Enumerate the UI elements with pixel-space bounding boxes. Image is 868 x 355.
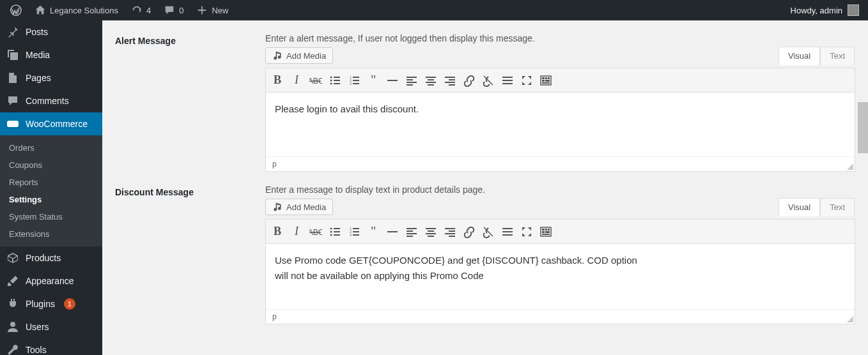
ol-button[interactable] [345, 72, 363, 89]
plus-icon [196, 4, 208, 16]
scrollbar[interactable] [858, 102, 868, 249]
align-left-button[interactable] [403, 72, 421, 89]
toolbar-toggle-button[interactable] [537, 72, 555, 89]
menu-media[interactable]: Media [0, 43, 102, 66]
align-right-button[interactable] [441, 72, 459, 89]
submenu-extensions[interactable]: Extensions [0, 225, 102, 243]
resize-handle[interactable] [846, 162, 853, 170]
discount-editor: Visual Text B I [265, 219, 855, 324]
add-media-button[interactable]: Add Media [265, 47, 333, 64]
menu-products[interactable]: Products [0, 246, 102, 269]
submenu-settings[interactable]: Settings [0, 191, 102, 208]
unlink-button[interactable] [479, 72, 497, 89]
align-right-button[interactable] [441, 223, 459, 241]
discount-message-label: Discount Message [115, 185, 265, 324]
strike-button[interactable] [307, 223, 325, 241]
ul-button[interactable] [326, 72, 344, 89]
updates-link[interactable]: 4 [126, 0, 156, 20]
media-note-icon [272, 50, 283, 61]
bold-button[interactable]: B [268, 72, 286, 89]
alert-message-desc: Enter a alert message, If user not logge… [265, 33, 855, 43]
woocommerce-submenu: Orders Coupons Reports Settings System S… [0, 135, 102, 246]
new-content-link[interactable]: New [191, 0, 233, 20]
quote-button[interactable] [364, 223, 382, 241]
editor-status-bar: p [266, 156, 855, 171]
account-link[interactable]: Howdy, admin [791, 4, 863, 16]
menu-tools[interactable]: Tools [0, 338, 102, 355]
strike-button[interactable] [307, 72, 325, 89]
content-area: Alert Message Enter a alert message, If … [102, 20, 868, 355]
brush-icon [6, 275, 19, 287]
plug-icon [6, 298, 19, 310]
bold-button[interactable]: B [268, 223, 286, 241]
site-name-link[interactable]: Legance Solutions [29, 0, 123, 20]
plugins-update-badge: 1 [64, 298, 75, 310]
admin-bar: Legance Solutions 4 0 New Howdy, admin [0, 0, 868, 20]
submenu-coupons[interactable]: Coupons [0, 156, 102, 174]
add-media-button[interactable]: Add Media [265, 199, 333, 215]
tab-text[interactable]: Text [820, 198, 855, 216]
discount-editor-body[interactable]: Use Promo code GET{COUPONCODE} and get {… [266, 244, 649, 309]
comment-icon [164, 4, 175, 16]
fullscreen-button[interactable] [518, 223, 536, 241]
link-button[interactable] [460, 223, 478, 241]
hr-button[interactable] [384, 72, 401, 89]
italic-button[interactable]: I [288, 223, 306, 241]
comments-link[interactable]: 0 [159, 0, 189, 20]
pin-icon [6, 26, 19, 38]
wrench-icon [6, 344, 19, 355]
alert-message-row: Alert Message Enter a alert message, If … [115, 33, 855, 172]
more-button[interactable] [499, 223, 516, 241]
align-center-button[interactable] [422, 72, 440, 89]
page-icon [6, 72, 19, 84]
cube-icon [6, 252, 19, 264]
tab-visual[interactable]: Visual [779, 47, 820, 65]
align-center-button[interactable] [422, 223, 440, 241]
align-left-button[interactable] [403, 223, 421, 241]
home-icon [35, 4, 46, 16]
submenu-orders[interactable]: Orders [0, 139, 102, 156]
menu-pages[interactable]: Pages [0, 66, 102, 89]
menu-users[interactable]: Users [0, 315, 102, 338]
menu-woocommerce[interactable]: WooCommerce [0, 112, 102, 135]
editor-toolbar: B I [266, 68, 855, 93]
alert-editor-body[interactable]: Please login to avail this discount. [266, 93, 855, 156]
submenu-reports[interactable]: Reports [0, 174, 102, 191]
quote-button[interactable] [364, 72, 382, 89]
woo-icon [6, 117, 19, 130]
link-button[interactable] [460, 72, 478, 89]
menu-posts[interactable]: Posts [0, 20, 102, 43]
alert-editor: Visual Text B I [265, 68, 855, 172]
discount-message-desc: Enter a message to display text in produ… [265, 185, 855, 195]
tab-text[interactable]: Text [820, 47, 855, 65]
alert-message-label: Alert Message [115, 33, 265, 172]
menu-plugins[interactable]: Plugins1 [0, 292, 102, 315]
admin-sidebar: Posts Media Pages Comments WooCommerce O… [0, 20, 102, 355]
editor-status-bar: p [266, 309, 855, 324]
toolbar-toggle-button[interactable] [537, 223, 555, 241]
ol-button[interactable] [345, 223, 363, 241]
comment-icon [6, 94, 19, 107]
ul-button[interactable] [326, 223, 344, 241]
tab-visual[interactable]: Visual [779, 198, 820, 216]
submenu-system-status[interactable]: System Status [0, 208, 102, 225]
hr-button[interactable] [384, 223, 401, 241]
discount-message-row: Discount Message Enter a message to disp… [115, 185, 855, 324]
avatar-icon [848, 4, 859, 16]
media-note-icon [272, 202, 283, 212]
editor-toolbar: B I [266, 220, 855, 244]
unlink-button[interactable] [479, 223, 497, 241]
italic-button[interactable]: I [288, 72, 306, 89]
wp-logo[interactable] [5, 0, 27, 20]
more-button[interactable] [499, 72, 516, 89]
user-icon [6, 321, 19, 333]
resize-handle[interactable] [846, 315, 853, 322]
menu-appearance[interactable]: Appearance [0, 269, 102, 292]
media-icon [6, 49, 19, 61]
refresh-icon [131, 4, 143, 16]
fullscreen-button[interactable] [518, 72, 536, 89]
menu-comments[interactable]: Comments [0, 89, 102, 112]
